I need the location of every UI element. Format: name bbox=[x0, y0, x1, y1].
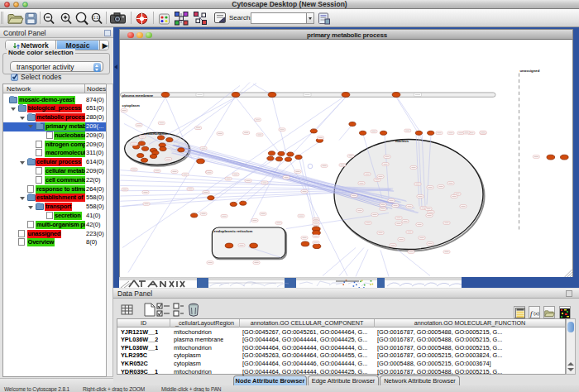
svg-text:cytoplasm: cytoplasm bbox=[122, 103, 140, 108]
svg-text:mitochondrion: mitochondrion bbox=[143, 131, 168, 136]
svg-text:nucleus: nucleus bbox=[395, 139, 409, 143]
svg-text:unassigned: unassigned bbox=[520, 69, 540, 73]
svg-text:plasma membrane: plasma membrane bbox=[122, 93, 154, 98]
svg-text:endoplasmic reticulum: endoplasmic reticulum bbox=[214, 229, 253, 233]
svg-text:1:1: 1:1 bbox=[93, 16, 99, 20]
svg-text:(x): (x) bbox=[534, 311, 539, 316]
